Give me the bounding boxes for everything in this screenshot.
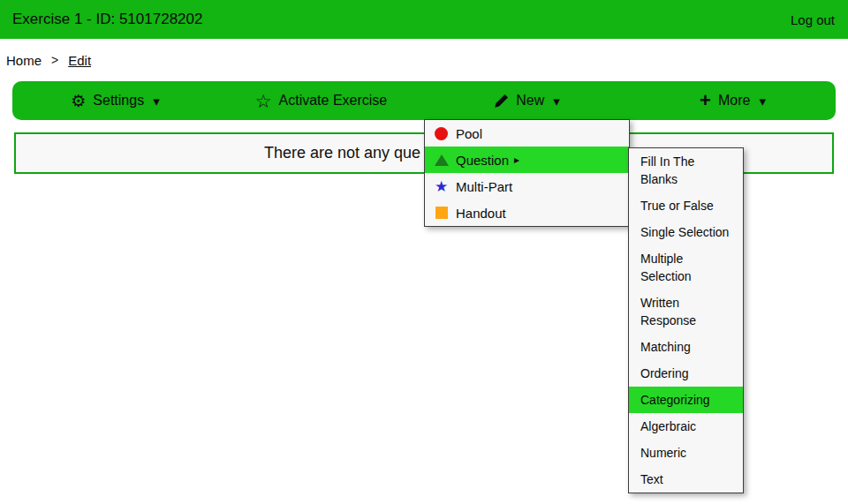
toolbar: ⚙ Settings ▾ ☆ Activate Exercise New ▾ +… (12, 81, 836, 120)
orange-square-icon (434, 207, 449, 219)
more-label: More (718, 93, 750, 109)
menu-item-label: Question (456, 153, 509, 168)
menu-item-handout[interactable]: Handout (425, 199, 629, 226)
breadcrumb-edit-link[interactable]: Edit (68, 53, 91, 68)
new-label: New (516, 93, 544, 109)
settings-button[interactable]: ⚙ Settings ▾ (12, 81, 218, 120)
submenu-item-single-selection[interactable]: Single Selection (629, 219, 743, 245)
chevron-down-icon: ▾ (553, 94, 560, 108)
activate-exercise-label: Activate Exercise (279, 93, 388, 109)
new-button[interactable]: New ▾ (424, 81, 630, 120)
logout-link[interactable]: Log out (791, 12, 835, 27)
page-title: Exercise 1 - ID: 5101728202 (12, 11, 202, 28)
chevron-down-icon: ▾ (759, 94, 766, 108)
star-icon: ☆ (255, 92, 272, 110)
settings-label: Settings (93, 93, 144, 109)
menu-item-label: Pool (456, 126, 482, 141)
app-header: Exercise 1 - ID: 5101728202 Log out (0, 0, 848, 39)
submenu-item-algerbraic[interactable]: Algerbraic (629, 413, 743, 440)
chevron-down-icon: ▾ (153, 94, 160, 108)
menu-item-pool[interactable]: Pool (425, 120, 629, 147)
green-triangle-icon (434, 154, 449, 166)
submenu-item-multiple-selection[interactable]: Multiple Selection (629, 245, 743, 290)
blue-star-icon: ★ (434, 179, 449, 194)
red-circle-icon (434, 127, 449, 140)
submenu-item-fill-in-the-blanks[interactable]: Fill In The Blanks (629, 148, 743, 192)
right-arrow-icon: ▸ (514, 154, 519, 166)
submenu-item-ordering[interactable]: Ordering (629, 360, 743, 387)
submenu-item-true-or-false[interactable]: True or False (629, 192, 743, 219)
new-menu: Pool Question ▸ ★ Multi-Part Handout (424, 119, 630, 227)
menu-item-question[interactable]: Question ▸ (425, 147, 629, 173)
more-button[interactable]: + More ▾ (630, 81, 836, 120)
breadcrumb-home-link[interactable]: Home (6, 53, 42, 68)
breadcrumb-separator: > (51, 53, 58, 67)
question-type-menu: Fill In The Blanks True or False Single … (628, 147, 744, 493)
breadcrumb: Home > Edit (0, 39, 848, 81)
submenu-item-text[interactable]: Text (629, 466, 743, 493)
empty-questions-message: There are not any que (264, 144, 420, 162)
plus-icon: + (700, 91, 711, 110)
menu-item-label: Multi-Part (456, 179, 512, 194)
submenu-item-matching[interactable]: Matching (629, 334, 743, 360)
activate-exercise-button[interactable]: ☆ Activate Exercise (218, 81, 424, 120)
gear-icon: ⚙ (71, 93, 86, 109)
submenu-item-numeric[interactable]: Numeric (629, 440, 743, 466)
submenu-item-categorizing[interactable]: Categorizing (629, 387, 743, 413)
menu-item-label: Handout (456, 206, 506, 221)
pencil-icon (494, 94, 509, 109)
menu-item-multi-part[interactable]: ★ Multi-Part (425, 173, 629, 199)
page: Exercise 1 - ID: 5101728202 Log out Home… (0, 0, 848, 504)
submenu-item-written-response[interactable]: Written Response (629, 290, 743, 334)
